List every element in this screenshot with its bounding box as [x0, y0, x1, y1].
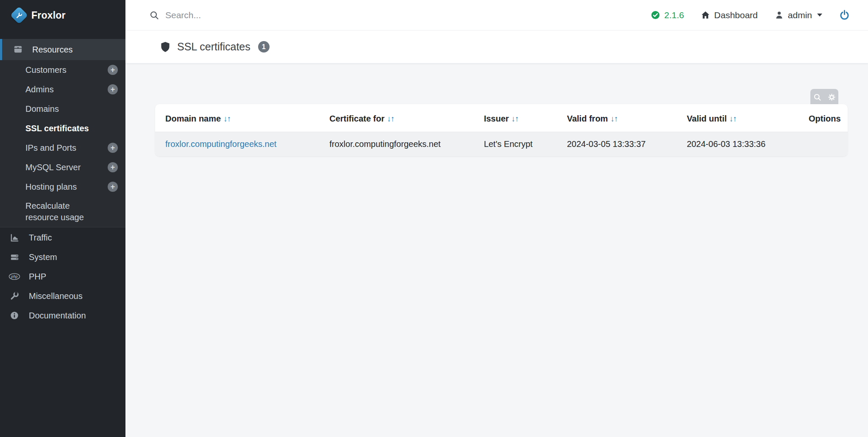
ssl-certificates-card: Domain name↓↑ Certificate for↓↑ Issuer↓↑…	[155, 104, 848, 156]
sidebar-item-ssl-certificates[interactable]: SSL certificates	[0, 119, 125, 138]
ssl-certificates-table: Domain name↓↑ Certificate for↓↑ Issuer↓↑…	[155, 104, 848, 156]
topbar-right: 2.1.6 Dashboard admin	[651, 9, 850, 21]
table-header-row: Domain name↓↑ Certificate for↓↑ Issuer↓↑…	[155, 104, 848, 132]
plus-icon[interactable]	[108, 182, 118, 192]
table-row: froxlor.computingforgeeks.net froxlor.co…	[155, 132, 848, 157]
sidebar-item-label: PHP	[29, 272, 46, 282]
topbar: 2.1.6 Dashboard admin	[125, 0, 868, 30]
sidebar-item-label: MySQL Server	[25, 163, 81, 172]
brand-name: Froxlor	[31, 10, 66, 21]
column-header-label: Valid from	[567, 114, 608, 123]
search-icon	[149, 10, 159, 20]
cell-options	[798, 132, 848, 157]
version-label: 2.1.6	[664, 10, 684, 20]
sidebar-item-label: Documentation	[29, 311, 86, 321]
sidebar-resources-group: Resources Customers Admins Domains SSL c…	[0, 39, 125, 227]
sidebar-item-miscellaneous[interactable]: Miscellaneous	[0, 286, 125, 306]
sidebar-item-customers[interactable]: Customers	[0, 60, 125, 80]
main-content: Domain name↓↑ Certificate for↓↑ Issuer↓↑…	[125, 64, 868, 437]
shield-icon	[159, 41, 171, 53]
plus-icon[interactable]	[108, 162, 118, 172]
sidebar-item-label: SSL certificates	[25, 124, 89, 133]
cell-valid-until: 2024-06-03 13:33:36	[676, 132, 798, 157]
count-badge: 1	[258, 41, 270, 53]
column-header-certificate-for[interactable]: Certificate for↓↑	[319, 104, 473, 132]
froxlor-logo-icon	[10, 6, 28, 24]
sidebar-item-system[interactable]: System	[0, 247, 125, 267]
sidebar-item-label: Hosting plans	[25, 182, 77, 192]
dashboard-link[interactable]: Dashboard	[701, 10, 758, 20]
sort-icon[interactable]: ↓↑	[223, 114, 231, 123]
sidebar-tools-group: Traffic System php PHP	[0, 227, 125, 325]
sidebar-item-traffic[interactable]: Traffic	[0, 228, 125, 247]
sidebar-item-label: Admins	[25, 85, 54, 94]
column-header-valid-until[interactable]: Valid until↓↑	[676, 104, 798, 132]
sidebar-item-ips-and-ports[interactable]: IPs and Ports	[0, 138, 125, 158]
column-header-label: Domain name	[165, 114, 221, 123]
house-icon	[701, 10, 710, 20]
page-header: SSL certificates 1	[125, 30, 868, 64]
sort-icon[interactable]: ↓↑	[729, 114, 737, 123]
domain-link[interactable]: froxlor.computingforgeeks.net	[165, 139, 276, 149]
sidebar-item-resources[interactable]: Resources	[0, 39, 125, 60]
cell-issuer: Let's Encrypt	[474, 132, 557, 157]
column-header-label: Options	[809, 114, 841, 123]
cell-certificate-for: froxlor.computingforgeeks.net	[319, 132, 473, 157]
chevron-down-icon	[817, 14, 822, 17]
column-header-domain-name[interactable]: Domain name↓↑	[155, 104, 319, 132]
page-title: SSL certificates	[177, 41, 250, 53]
sidebar-item-label: IPs and Ports	[25, 143, 76, 153]
check-circle-icon	[651, 10, 660, 20]
logout-button[interactable]	[839, 9, 850, 21]
plus-icon[interactable]	[108, 65, 118, 75]
php-icon: php	[8, 272, 20, 281]
sidebar: Froxlor Resources Customers Admins Domai…	[0, 0, 125, 437]
sidebar-item-hosting-plans[interactable]: Hosting plans	[0, 177, 125, 196]
sidebar-item-label: System	[29, 252, 57, 262]
sort-icon[interactable]: ↓↑	[512, 114, 519, 123]
sidebar-item-recalculate-resource-usage[interactable]: Recalculate resource usage	[0, 196, 125, 227]
power-icon	[839, 9, 850, 21]
column-header-label: Valid until	[687, 114, 726, 123]
cell-valid-from: 2024-03-05 13:33:37	[557, 132, 677, 157]
sidebar-item-mysql-server[interactable]: MySQL Server	[0, 158, 125, 177]
column-header-label: Certificate for	[329, 114, 384, 123]
chart-icon	[8, 233, 20, 243]
sidebar-item-label: Resources	[32, 45, 73, 55]
sort-icon[interactable]: ↓↑	[610, 114, 618, 123]
wrench-icon	[8, 291, 20, 301]
user-label: admin	[788, 10, 812, 20]
dashboard-label: Dashboard	[714, 10, 758, 20]
sidebar-item-domains[interactable]: Domains	[0, 99, 125, 119]
column-header-issuer[interactable]: Issuer↓↑	[474, 104, 557, 132]
column-header-valid-from[interactable]: Valid from↓↑	[557, 104, 677, 132]
svg-text:php: php	[11, 274, 17, 279]
cell-domain-name: froxlor.computingforgeeks.net	[155, 132, 319, 157]
column-header-label: Issuer	[484, 114, 509, 123]
global-search	[149, 10, 651, 20]
plus-icon[interactable]	[108, 84, 118, 94]
sidebar-item-label: Traffic	[29, 233, 52, 243]
box-icon	[13, 44, 23, 55]
plus-icon[interactable]	[108, 143, 118, 153]
sidebar-item-admins[interactable]: Admins	[0, 80, 125, 99]
info-icon	[8, 311, 20, 320]
sidebar-item-label: Recalculate resource usage	[25, 200, 96, 223]
search-input[interactable]	[165, 10, 377, 20]
sort-icon[interactable]: ↓↑	[387, 114, 394, 123]
table-search-button[interactable]	[813, 93, 821, 101]
brand[interactable]: Froxlor	[0, 0, 125, 30]
sidebar-item-php[interactable]: php PHP	[0, 267, 125, 286]
sidebar-item-label: Domains	[25, 104, 59, 114]
sidebar-item-label: Customers	[25, 65, 67, 75]
person-icon	[774, 10, 784, 20]
table-settings-gear-button[interactable]	[827, 93, 836, 101]
version-indicator[interactable]: 2.1.6	[651, 10, 684, 20]
sidebar-item-documentation[interactable]: Documentation	[0, 306, 125, 325]
server-icon	[8, 252, 20, 262]
sidebar-item-label: Miscellaneous	[29, 291, 83, 301]
user-menu[interactable]: admin	[774, 10, 822, 20]
column-header-options: Options	[798, 104, 848, 132]
